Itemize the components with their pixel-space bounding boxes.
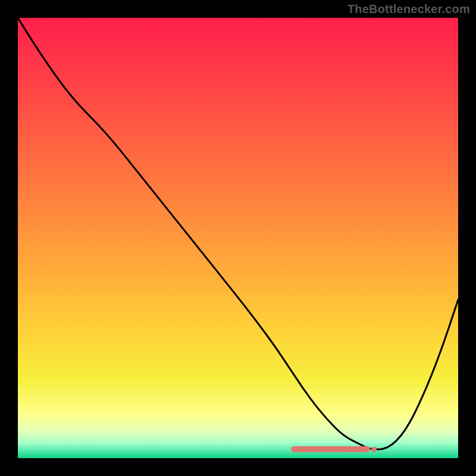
gradient-background — [18, 18, 458, 458]
svg-rect-0 — [18, 18, 458, 458]
marker-dot — [371, 447, 377, 452]
plot-area — [18, 18, 458, 458]
marker-bar — [291, 446, 370, 452]
series-marker — [291, 446, 378, 452]
watermark-text: TheBottlenecker.com — [347, 2, 470, 16]
